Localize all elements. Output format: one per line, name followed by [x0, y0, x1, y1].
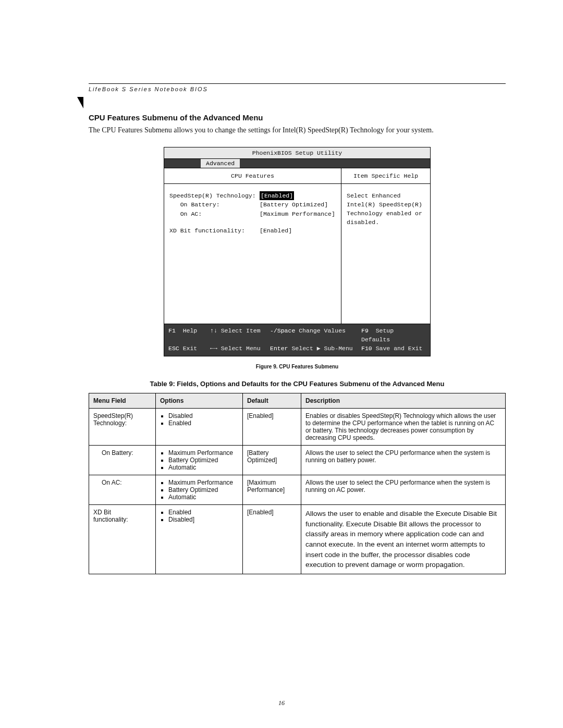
cell-default: [Enabled]: [243, 505, 301, 574]
page-number: 16: [0, 699, 563, 707]
option-item: Maximum Performance: [168, 449, 238, 456]
option-item: Disabled: [168, 412, 238, 419]
cell-menu-field: On Battery:: [89, 446, 156, 475]
figure-caption: Figure 9. CPU Features Submenu: [89, 364, 506, 369]
option-item: Enabled: [168, 419, 238, 427]
cell-description: Allows the user to select the CPU perfor…: [301, 446, 506, 475]
bios-row-on-battery: On Battery: [Battery Optimized]: [169, 200, 336, 209]
options-table: Menu Field Options Default Description S…: [89, 393, 506, 574]
key-esc: ESC: [168, 345, 179, 352]
bios-value-selected: [Enabled]: [260, 191, 294, 201]
cell-default: [Battery Optimized]: [243, 446, 301, 475]
footer-exit: Exit: [183, 345, 198, 352]
bios-row-xd-bit: XD Bit functionality: [Enabled]: [169, 226, 336, 236]
bios-tab-advanced: Advanced: [201, 159, 240, 168]
bios-left-header: CPU Features: [164, 168, 341, 184]
table-row: SpeedStep(R) Technology:DisabledEnabled[…: [89, 409, 506, 446]
footer-save-exit: Save and Exit: [376, 345, 423, 352]
cell-default: [Enabled]: [243, 409, 301, 446]
table-row: On AC:Maximum PerformanceBattery Optimiz…: [89, 475, 506, 505]
bios-value: [Enabled]: [260, 226, 336, 236]
bios-label: On Battery:: [169, 200, 260, 209]
bios-screenshot: PhoenixBIOS Setup Utility Advanced CPU F…: [164, 147, 431, 357]
cell-menu-field: XD Bit functionality:: [89, 505, 156, 574]
col-options: Options: [156, 393, 243, 409]
intro-paragraph: The CPU Features Submenu allows you to c…: [89, 125, 506, 135]
cell-options: EnabledDisabled]: [156, 505, 243, 574]
cell-options: Maximum PerformanceBattery OptimizedAuto…: [156, 475, 243, 505]
cell-menu-field: SpeedStep(R) Technology:: [89, 409, 156, 446]
option-item: Automatic: [168, 493, 238, 501]
table-row: On Battery:Maximum PerformanceBattery Op…: [89, 446, 506, 475]
bios-row-speedstep: SpeedStep(R) Technology: [Enabled]: [169, 191, 336, 201]
cell-description: Allows the user to select the CPU perfor…: [301, 475, 506, 505]
bios-tab-bar: Advanced: [164, 159, 430, 168]
key-minus-space: -/Space: [270, 327, 295, 334]
page-tab-marker: [77, 97, 83, 108]
arrows-left-right-icon: ←→: [210, 345, 217, 352]
col-menu-field: Menu Field: [89, 393, 156, 409]
option-item: Enabled: [168, 509, 238, 516]
key-f9: F9: [361, 327, 369, 334]
bios-label: XD Bit functionality:: [169, 226, 260, 236]
option-item: Battery Optimized: [168, 456, 238, 464]
cell-options: Maximum PerformanceBattery OptimizedAuto…: [156, 446, 243, 475]
bios-label: SpeedStep(R) Technology:: [169, 191, 260, 201]
running-header: LifeBook S Series Notebook BIOS: [89, 86, 506, 92]
table-header-row: Menu Field Options Default Description: [89, 393, 506, 409]
bios-help-text: Select Enhanced Intel(R) SpeedStep(R) Te…: [341, 184, 430, 235]
footer-select-submenu: Select ▶ Sub-Menu: [291, 345, 352, 352]
cell-menu-field: On AC:: [89, 475, 156, 505]
table-title: Table 9: Fields, Options and Defaults fo…: [89, 380, 506, 388]
cell-description: Allows the user to enable and disable th…: [301, 505, 506, 574]
bios-title: PhoenixBIOS Setup Utility: [164, 147, 430, 159]
bios-row-on-ac: On AC: [Maximum Performance]: [169, 209, 336, 219]
key-f10: F10: [361, 345, 372, 352]
bios-value: [Battery Optimized]: [260, 200, 336, 209]
footer-select-menu: Select Menu: [221, 345, 261, 352]
bios-label: On AC:: [169, 209, 260, 219]
footer-change-values: Change Values: [299, 327, 346, 334]
option-item: Disabled]: [168, 516, 238, 523]
footer-select-item: Select Item: [221, 327, 261, 334]
cell-default: [Maximum Performance]: [243, 475, 301, 505]
bios-footer: F1 Help ↑↓ Select Item -/Space Change Va…: [164, 324, 430, 356]
bios-value: [Maximum Performance]: [260, 209, 336, 219]
option-item: Maximum Performance: [168, 479, 238, 486]
bios-right-header: Item Specific Help: [341, 168, 430, 184]
col-description: Description: [301, 393, 506, 409]
option-item: Automatic: [168, 464, 238, 471]
cell-options: DisabledEnabled: [156, 409, 243, 446]
cell-description: Enables or disables SpeedStep(R) Technol…: [301, 409, 506, 446]
footer-help: Help: [183, 327, 198, 334]
key-f1: F1: [168, 327, 176, 334]
col-default: Default: [243, 393, 301, 409]
key-enter: Enter: [270, 345, 288, 352]
section-title: CPU Features Submenu of the Advanced Men…: [89, 113, 506, 122]
option-item: Battery Optimized: [168, 486, 238, 493]
arrows-up-down-icon: ↑↓: [210, 327, 217, 334]
table-row: XD Bit functionality:EnabledDisabled][En…: [89, 505, 506, 574]
